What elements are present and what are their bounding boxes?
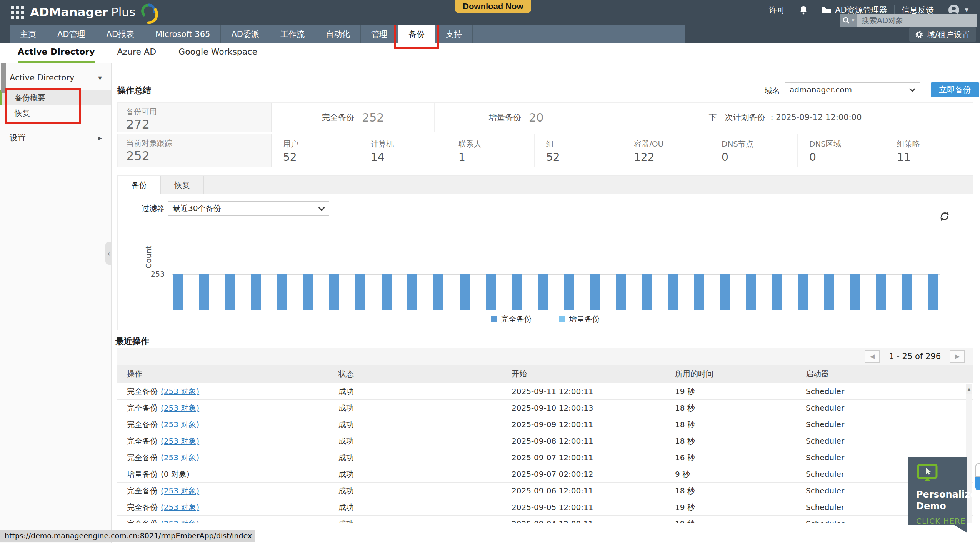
- sidebar-item-恢复[interactable]: 恢复: [0, 105, 111, 121]
- column-header-启动器[interactable]: 启动器: [796, 369, 973, 379]
- column-header-操作[interactable]: 操作: [117, 369, 329, 379]
- table-row: 完全备份(253 对象)成功2025-09-07 12:00:1116 秒Sch…: [117, 449, 973, 466]
- bar-27[interactable]: [850, 274, 860, 310]
- column-header-状态[interactable]: 状态: [329, 369, 502, 379]
- cell-duration: 18 秒: [665, 486, 796, 496]
- sidebar-collapse-handle[interactable]: ‹: [105, 242, 112, 265]
- legend-增量备份[interactable]: 增量备份: [559, 314, 600, 324]
- bar-22[interactable]: [720, 274, 730, 310]
- bar-10[interactable]: [407, 274, 417, 310]
- domain-select[interactable]: admanager.com: [785, 82, 920, 97]
- nav-tab-自动化[interactable]: 自动化: [315, 25, 361, 43]
- bar-4[interactable]: [251, 274, 261, 310]
- bar-17[interactable]: [590, 274, 600, 310]
- bar-18[interactable]: [616, 274, 626, 310]
- object-type-stats: 用户52计算机14联系人1组52容器/OU122DNS节点0DNS区域0组策略1…: [272, 134, 973, 167]
- table-row: 完全备份(253 对象)成功2025-09-05 12:00:1119 秒Sch…: [117, 499, 973, 516]
- subtab-Active Directory[interactable]: Active Directory: [18, 47, 95, 63]
- bar-28[interactable]: [876, 274, 886, 310]
- bar-24[interactable]: [772, 274, 782, 310]
- scroll-up-button[interactable]: ▲: [966, 384, 972, 394]
- filter-select[interactable]: 最近30个备份: [168, 201, 329, 216]
- cell-start: 2025-09-08 12:00:11: [502, 436, 665, 446]
- objects-link[interactable]: (253 对象): [161, 403, 199, 413]
- demo-click-here-link[interactable]: CLICK HERE: [916, 516, 967, 526]
- prev-page-button[interactable]: ◀: [865, 350, 880, 363]
- refresh-icon[interactable]: [939, 211, 950, 222]
- bar-19[interactable]: [642, 274, 652, 310]
- objects-link[interactable]: (253 对象): [161, 453, 199, 462]
- sidebar-group-active-directory[interactable]: Active Directory ▼: [0, 63, 111, 90]
- objects-tracked-cell: 当前对象跟踪 252: [118, 134, 272, 167]
- nav-tab-AD管理[interactable]: AD管理: [47, 25, 96, 43]
- bar-26[interactable]: [824, 274, 834, 310]
- bar-30[interactable]: [928, 274, 938, 310]
- bar-8[interactable]: [355, 274, 365, 310]
- bar-2[interactable]: [199, 274, 209, 310]
- panel-tab-备份[interactable]: 备份: [118, 176, 161, 194]
- legend-label: 增量备份: [569, 314, 600, 324]
- bar-1[interactable]: [173, 274, 183, 310]
- legend-完全备份[interactable]: 完全备份: [491, 314, 532, 324]
- bar-9[interactable]: [382, 274, 392, 310]
- nav-tab-工作流[interactable]: 工作流: [270, 25, 315, 43]
- bar-20[interactable]: [668, 274, 678, 310]
- bar-29[interactable]: [902, 274, 912, 310]
- next-page-button[interactable]: ▶: [950, 350, 965, 363]
- subtab-Azure AD[interactable]: Azure AD: [117, 47, 156, 63]
- objects-link[interactable]: (253 对象): [161, 486, 199, 495]
- objects-link[interactable]: (253 对象): [161, 436, 199, 446]
- search-input[interactable]: [857, 14, 977, 27]
- objects-link[interactable]: (253 对象): [161, 519, 199, 524]
- personalized-demo-widget[interactable]: Personalized Demo CLICK HERE: [908, 457, 967, 525]
- bar-25[interactable]: [798, 274, 808, 310]
- ad-object-search: ▼: [840, 14, 977, 27]
- cell-start: 2025-09-09 12:00:11: [502, 420, 665, 429]
- bar-23[interactable]: [746, 274, 756, 310]
- app-logo[interactable]: ADManagerPlus: [30, 5, 135, 19]
- edge-floating-widget-partial[interactable]: [975, 463, 980, 490]
- license-link[interactable]: 许可: [762, 5, 792, 15]
- bar-7[interactable]: [329, 274, 339, 310]
- objects-link[interactable]: (253 对象): [161, 503, 199, 512]
- bar-15[interactable]: [538, 274, 548, 310]
- nav-tab-主页[interactable]: 主页: [10, 25, 47, 43]
- bar-14[interactable]: [512, 274, 522, 310]
- column-header-开始[interactable]: 开始: [502, 369, 665, 379]
- sidebar-item-settings[interactable]: 设置 ▶: [0, 130, 111, 145]
- backup-now-button[interactable]: 立即备份: [931, 82, 979, 97]
- bar-12[interactable]: [460, 274, 470, 310]
- nav-tab-AD报表[interactable]: AD报表: [96, 25, 145, 43]
- column-header-所用的时间[interactable]: 所用的时间: [665, 369, 796, 379]
- panel-tab-恢复[interactable]: 恢复: [161, 176, 204, 194]
- app-grid-icon[interactable]: [11, 6, 25, 20]
- domain-tenant-settings-button[interactable]: 域/租户设置: [909, 27, 976, 42]
- nav-tab-支持[interactable]: 支持: [435, 25, 473, 43]
- nav-tab-备份[interactable]: 备份: [398, 25, 435, 43]
- bar-11[interactable]: [433, 274, 443, 310]
- nav-tab-Microsoft 365[interactable]: Microsoft 365: [145, 25, 221, 43]
- table-row: 增量备份(0 对象)成功2025-09-07 02:00:129 秒Schedu…: [117, 466, 973, 483]
- bar-21[interactable]: [694, 274, 704, 310]
- nav-tab-AD委派[interactable]: AD委派: [221, 25, 270, 43]
- object-stat-label: 组策略: [897, 139, 973, 149]
- objects-link[interactable]: (253 对象): [161, 387, 199, 396]
- cell-operation: 完全备份(253 对象): [117, 436, 329, 446]
- search-scope-button[interactable]: ▼: [840, 14, 857, 27]
- bar-5[interactable]: [277, 274, 287, 310]
- nav-tab-管理[interactable]: 管理: [361, 25, 398, 43]
- bar-16[interactable]: [564, 274, 574, 310]
- object-stat-label: 计算机: [371, 139, 447, 149]
- bar-6[interactable]: [303, 274, 313, 310]
- objects-link[interactable]: (253 对象): [161, 420, 199, 429]
- download-now-button[interactable]: Download Now: [455, 0, 531, 13]
- object-stat-label: 联系人: [458, 139, 534, 149]
- bar-3[interactable]: [225, 274, 235, 310]
- cell-duration: 19 秒: [665, 502, 796, 513]
- objects-text: (0 对象): [161, 469, 190, 479]
- cell-status: 成功: [329, 453, 502, 463]
- notifications-button[interactable]: [792, 5, 815, 15]
- sidebar-item-备份概要[interactable]: 备份概要: [0, 90, 111, 105]
- bar-13[interactable]: [486, 274, 496, 310]
- subtab-Google Workspace[interactable]: Google Workspace: [178, 47, 257, 63]
